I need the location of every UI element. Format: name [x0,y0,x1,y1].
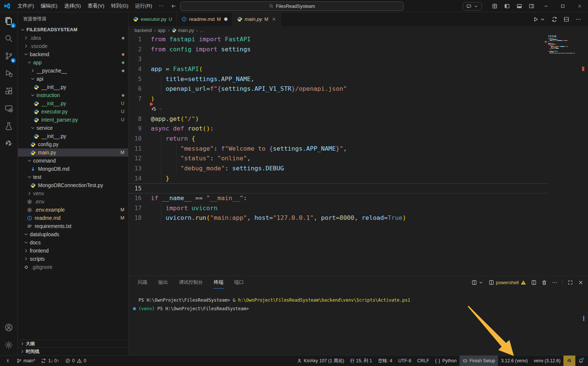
activity-settings[interactable] [0,336,18,354]
tree-item-frontend[interactable]: frontend [18,247,128,255]
status-copilot-finish-setup[interactable]: Finish Setup [460,356,498,366]
activity-explorer[interactable]: 1 [0,12,18,30]
toggle-primary-sidebar-icon[interactable] [504,3,510,9]
breadcrumb-item[interactable]: main.py [172,28,194,33]
close-button[interactable] [571,0,588,12]
activity-ai-extension[interactable] [0,135,18,152]
close-panel-button[interactable] [578,280,584,285]
status-problems[interactable]: 00 [62,356,89,366]
tree-item-backend[interactable]: backend [18,50,128,58]
tree-item-data-uploads[interactable]: data\uploads [18,230,128,238]
tab-readme-md[interactable]: readme.mdM [177,12,232,26]
activity-extensions[interactable] [0,82,18,100]
tree-item-config.py[interactable]: config.py [18,140,128,148]
tree-item-mongodbconnectiontest.py[interactable]: MongoDBConnectionTest.py [18,181,128,189]
tree-item-scripts[interactable]: scripts [18,255,128,263]
tree-item-service[interactable]: service [18,124,128,132]
terminal-instance-powershell[interactable]: powershell [489,280,526,285]
maximize-panel-button[interactable] [568,280,573,285]
command-center-search[interactable]: FilesReadSysteam [180,1,404,11]
activity-run-debug[interactable] [0,65,18,82]
section-timeline[interactable]: 时间线 [18,347,128,355]
status-indentation[interactable]: 空格: 4 [375,356,395,366]
tree-item-.vscode[interactable]: .vscode [18,42,128,50]
tree-item-instruction[interactable]: instruction [18,91,128,99]
tree-item-__init__.py[interactable]: __init__.pyU [18,99,128,107]
back-button[interactable] [171,3,177,9]
tab-executor-py[interactable]: executor.pyU [128,12,177,26]
minimize-button[interactable] [538,0,554,12]
menu-view[interactable]: 查看(V) [84,1,108,11]
activity-accounts[interactable] [0,319,18,336]
tree-item-mongodb.md[interactable]: MongoDB.md [18,165,128,173]
status-sync[interactable]: 1↓ 0↑ [38,356,62,366]
breadcrumb-item[interactable]: backend [134,28,152,33]
tree-item-main.py[interactable]: main.pyM [18,148,128,157]
close-tab-icon[interactable] [271,17,276,22]
panel-tab-debug-console[interactable]: 调试控制台 [178,276,203,289]
panel-tab-problems[interactable]: 问题 [137,276,148,289]
status-ai-extension-status[interactable] [563,356,575,366]
tree-item-requirements.txt[interactable]: requirements.txt [18,222,128,230]
tree-item-__init__.py[interactable]: __init__.py [18,132,128,140]
split-terminal-button[interactable] [531,280,537,285]
minimap[interactable] [548,35,575,54]
status-language-mode[interactable]: { }Python [432,356,460,366]
tree-item-.env[interactable]: .env [18,198,128,206]
menu-selection[interactable]: 选择(S) [61,1,84,11]
panel-tab-ports[interactable]: 端口 [234,276,244,289]
tree-item-__pycache__[interactable]: __pycache__ [18,67,128,75]
tree-item-.idea[interactable]: .idea [18,34,128,42]
activity-remote-explorer[interactable] [0,100,18,117]
tree-item-venv[interactable]: venv [18,189,128,198]
status-encoding[interactable]: UTF-8 [395,356,414,366]
status-python-interpreter[interactable]: 3.12.6 (venv) [498,356,531,366]
more-terminal-actions-icon[interactable] [552,280,557,285]
breadcrumb-item[interactable]: app [158,28,166,33]
tab-main-py[interactable]: main.pyM [232,12,282,26]
tree-item-executor.py[interactable]: executor.pyU [18,107,128,116]
more-actions-button[interactable] [575,16,581,22]
compare-changes-button[interactable] [552,16,557,22]
tree-item-test[interactable]: test [18,173,128,181]
terminal-content[interactable]: PS H:\OwnProject\FilesReadSysteam> & h:\… [128,289,588,313]
status-cursor-position[interactable]: 行 15, 列 1 [347,356,375,366]
maximize-button[interactable] [554,0,571,12]
activity-search[interactable] [0,30,18,47]
menu-edit[interactable]: 编辑(E) [37,1,61,11]
breadcrumb-item[interactable]: ... [200,28,204,33]
menu-more[interactable]: ··· [156,1,168,11]
tree-item-api[interactable]: api [18,75,128,83]
tree-item-command[interactable]: command [18,157,128,165]
tree-item-docs[interactable]: docs [18,238,128,247]
tree-item-readme.md[interactable]: readme.mdM [18,214,128,222]
customize-layout-icon[interactable] [492,3,498,9]
status-remote[interactable] [2,356,13,366]
menu-go[interactable]: 转到(G) [108,1,132,11]
activity-source-control[interactable]: 9 [0,47,18,65]
status-venv-version[interactable]: venv (3.12.6) [531,356,563,366]
menu-file[interactable]: 文件(F) [14,1,37,11]
activity-testing[interactable] [0,117,18,135]
tree-item-filesreadsysteam[interactable]: FILESREADSYSTEAM [18,26,128,34]
status-notifications[interactable] [575,356,587,366]
split-editor-button[interactable] [563,16,569,22]
section-outline[interactable]: 大纲 [18,340,128,347]
panel-tab-terminal[interactable]: 终端 [213,276,224,289]
code-editor[interactable]: 1from fastapi import FastAPI2from config… [128,35,588,276]
tree-item-app[interactable]: app [18,58,128,67]
tree-item-.env.example[interactable]: .env.exampleM [18,206,128,214]
new-terminal-button[interactable] [471,280,484,285]
copilot-chat-button[interactable] [463,2,482,10]
tree-item-__init__.py[interactable]: __init__.py [18,83,128,91]
panel-tab-output[interactable]: 输出 [158,276,168,289]
toggle-panel-icon[interactable] [517,3,522,9]
tree-item-intent_parser.py[interactable]: intent_parser.pyU [18,116,128,124]
menu-run[interactable]: 运行(R) [132,1,156,11]
status-branch[interactable]: main* [13,356,38,366]
kill-terminal-button[interactable] [541,280,547,285]
status-gitlens-blame[interactable]: KiriAky 107 (1 周前) [294,356,347,366]
run-file-button[interactable] [533,16,546,22]
status-eol[interactable]: CRLF [414,356,432,366]
toggle-secondary-sidebar-icon[interactable] [529,3,534,9]
